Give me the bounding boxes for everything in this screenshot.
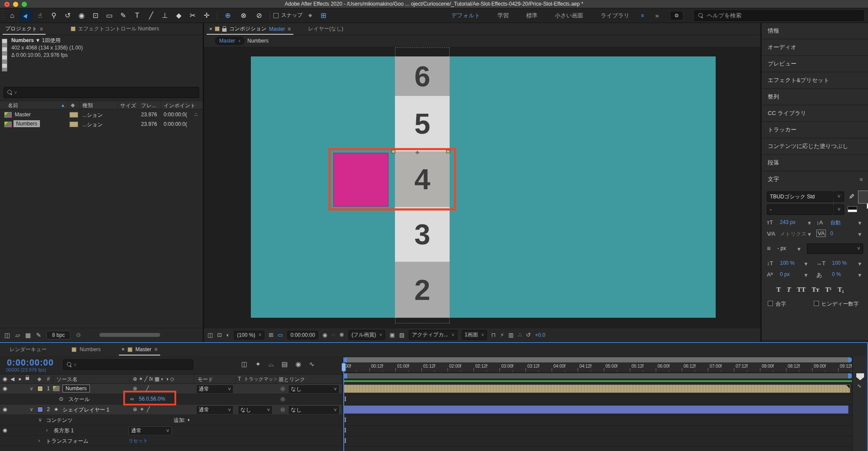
workspace-settings-icon[interactable]: ⚙ bbox=[670, 11, 683, 20]
horizontal-scale-value[interactable]: 100 % bbox=[832, 260, 847, 266]
flowchart-icon[interactable]: ∴ bbox=[518, 332, 522, 338]
tool-button[interactable]: ◆ bbox=[172, 10, 185, 22]
column-type[interactable]: 種類 bbox=[82, 102, 93, 109]
hindi-digits-checkbox[interactable] bbox=[814, 301, 819, 306]
lock-icon[interactable] bbox=[222, 28, 227, 32]
quill-icon[interactable]: ✎ bbox=[36, 332, 41, 339]
workspace-menu-icon[interactable]: ≡ bbox=[641, 13, 644, 19]
snap-bounds-icon[interactable]: ⊞ bbox=[319, 10, 328, 22]
in-point-beam[interactable]: I bbox=[344, 417, 346, 423]
slash-switch-icon[interactable]: ╱ bbox=[145, 376, 148, 382]
help-search-input[interactable] bbox=[707, 12, 837, 19]
draft-3d-icon[interactable]: ✦ bbox=[255, 360, 261, 368]
workspace-tab[interactable]: ライブラリ bbox=[601, 12, 630, 20]
bpc-button[interactable]: 8 bpc bbox=[46, 331, 70, 339]
project-row-master[interactable]: Master ...ション 23.976 0:00:00:0( ∴ bbox=[0, 110, 203, 120]
disclosure-icon[interactable]: ∨ bbox=[30, 385, 33, 392]
style-button[interactable]: TT bbox=[797, 286, 806, 293]
tab-render-queue[interactable]: レンダーキュー bbox=[3, 343, 53, 356]
world-axis-icon[interactable]: ⊗ bbox=[237, 10, 250, 22]
style-button[interactable]: T bbox=[787, 286, 791, 293]
tab-composition-master[interactable]: × コンポジション Master ≡ bbox=[204, 23, 296, 35]
column-inpoint[interactable]: インポイント bbox=[164, 102, 196, 109]
halfl-switch-icon[interactable]: ◐ bbox=[161, 376, 164, 382]
label-column-icon[interactable]: ◆ bbox=[71, 102, 75, 108]
panel-menu-icon[interactable]: ≡ bbox=[155, 346, 158, 352]
tool-button[interactable]: ⚲ bbox=[47, 10, 60, 22]
property-label[interactable]: スケール bbox=[69, 396, 90, 403]
style-button[interactable]: T¹ bbox=[825, 286, 832, 293]
sidebar-panel-header[interactable]: トラッカー bbox=[762, 122, 868, 138]
work-area-bar[interactable] bbox=[343, 373, 852, 379]
tab-effect-controls[interactable]: エフェクトコントロール Numbers bbox=[66, 23, 164, 35]
grid-guides-icon[interactable]: ⊞ bbox=[269, 332, 273, 338]
resolution-dropdown[interactable]: (フル画質)˅ bbox=[349, 330, 385, 340]
parent-dropdown[interactable]: なし˅ bbox=[288, 405, 339, 415]
current-timecode[interactable]: 0:00:00:00 bbox=[7, 358, 54, 368]
always-preview-icon[interactable]: ◫ bbox=[207, 332, 213, 338]
time-ruler[interactable]: 00f00:12f01:00f01:12f02:00f02:12f03:00f0… bbox=[343, 363, 853, 372]
footage-usage[interactable]: 1回使用 bbox=[42, 37, 61, 43]
item-name-selected[interactable]: Numbers bbox=[13, 120, 40, 127]
disclosure-icon[interactable]: ∨ bbox=[38, 417, 42, 423]
label-color-chip[interactable] bbox=[69, 112, 78, 118]
tsume-chevron[interactable]: ▼ bbox=[857, 272, 862, 278]
shy-layers-icon[interactable]: ⌓ bbox=[269, 360, 274, 368]
eye-icon[interactable]: ◉ bbox=[3, 385, 7, 392]
style-button[interactable]: Tт bbox=[812, 286, 819, 293]
ligatures-checkbox[interactable] bbox=[768, 301, 773, 306]
item-name[interactable]: Master bbox=[15, 112, 31, 118]
pickwhip-icon[interactable]: ◎ bbox=[280, 385, 285, 392]
sidebar-panel-character[interactable]: 文字 ≡ bbox=[762, 171, 868, 187]
motion-blur-icon[interactable]: ◉ bbox=[296, 360, 301, 368]
stopwatch-icon[interactable]: ⊙ bbox=[59, 396, 63, 402]
baseline-shift-value[interactable]: 0 px bbox=[780, 271, 790, 277]
workspace-tab[interactable]: 学習 bbox=[498, 12, 509, 20]
group-label[interactable]: トランスフォーム bbox=[46, 438, 89, 445]
rgb-channels-icon[interactable]: ❋ bbox=[339, 332, 344, 338]
bw-swatch[interactable] bbox=[848, 206, 857, 212]
sidebar-panel-header[interactable]: CC ライブラリ bbox=[762, 105, 868, 121]
sidebar-panel-header[interactable]: プレビュー bbox=[762, 56, 868, 72]
column-size[interactable]: サイズ bbox=[120, 102, 136, 109]
eye-icon[interactable]: ◉ bbox=[3, 427, 7, 433]
audio-column-icon[interactable]: ◀ bbox=[10, 376, 14, 382]
snap-to-icon[interactable]: ⌖ bbox=[306, 10, 315, 22]
layer-color-swatch[interactable] bbox=[37, 407, 43, 412]
widescreen-icon[interactable]: ⊓ bbox=[491, 332, 496, 338]
new-folder-icon[interactable]: ▱ bbox=[15, 332, 20, 339]
label-column-icon[interactable]: ◆ bbox=[37, 376, 41, 382]
exposure-value[interactable]: +0.0 bbox=[535, 332, 546, 338]
parent-link-column[interactable]: 親とリンク bbox=[279, 376, 305, 383]
layer-bar-shape[interactable] bbox=[343, 405, 848, 414]
frame-blending-icon[interactable]: ▤ bbox=[282, 360, 288, 368]
breadcrumb-parent[interactable]: Numbers bbox=[247, 38, 269, 44]
vscale-chevron[interactable]: ▼ bbox=[803, 261, 809, 267]
anchor-point-icon[interactable]: ⌖ bbox=[415, 148, 420, 157]
reset-exposure-icon[interactable]: ↺ bbox=[526, 332, 531, 338]
kerning-chevron[interactable]: ▼ bbox=[807, 231, 812, 237]
channels-icon[interactable]: ◐ bbox=[226, 332, 230, 338]
property-row-contents[interactable]: ∨ コンテンツ 追加: ◐ bbox=[0, 415, 342, 425]
tool-button[interactable]: ↺ bbox=[61, 10, 74, 22]
font-size-chevron[interactable]: ▼ bbox=[807, 220, 812, 226]
tool-button[interactable]: ⊥ bbox=[158, 10, 171, 22]
cube-switch-icon[interactable]: ◇ bbox=[170, 376, 174, 382]
workspace-tab[interactable]: 小さい画面 bbox=[555, 12, 584, 20]
baseline-chevron[interactable]: ▼ bbox=[803, 272, 809, 278]
layer-bar-numbers[interactable] bbox=[343, 385, 850, 393]
empty-dropdown[interactable]: ˅ bbox=[807, 244, 863, 254]
workspace-tab[interactable]: デフォルト bbox=[451, 12, 480, 20]
parent-dropdown[interactable]: なし˅ bbox=[288, 385, 339, 394]
roi-icon[interactable]: ▭ bbox=[278, 332, 283, 338]
halfr-switch-icon[interactable]: ◑ bbox=[165, 376, 168, 382]
track-matte-dropdown[interactable]: なし˅ bbox=[238, 405, 273, 415]
group-label[interactable]: 長方形 1 bbox=[54, 427, 74, 435]
star-switch-icon[interactable]: ✶ bbox=[138, 376, 143, 382]
leading-value[interactable]: 自動 bbox=[830, 219, 841, 227]
kerning-value[interactable]: メトリクス bbox=[780, 230, 806, 238]
layer-name[interactable]: シェイプレイヤー 1 bbox=[62, 406, 109, 414]
tracking-value[interactable]: 0 bbox=[830, 230, 833, 237]
sidebar-panel-header[interactable]: コンテンツに応じた塗りつぶし bbox=[762, 138, 868, 154]
sidebar-panel-header[interactable]: オーディオ bbox=[762, 40, 868, 55]
